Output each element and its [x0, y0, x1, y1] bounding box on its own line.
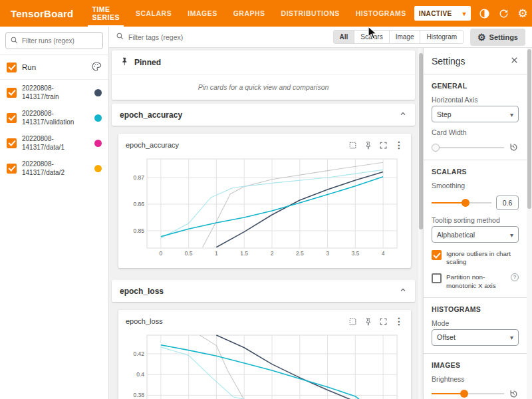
reset-card-width-icon[interactable] [509, 142, 519, 152]
epoch-loss-chart[interactable]: 00.511.522.533.540.360.380.40.42 [124, 330, 405, 399]
run-checkbox[interactable] [7, 113, 17, 123]
partition-x-axis-checkbox[interactable] [432, 273, 442, 283]
run-checkbox[interactable] [7, 88, 17, 98]
scalar-card-epoch-loss: epoch_loss [118, 310, 411, 399]
tooltip-sorting-select[interactable]: Alphabetical [432, 226, 519, 243]
palette-icon[interactable] [91, 61, 102, 73]
run-name-line2: 141317/validation [22, 118, 74, 126]
filter-runs-input[interactable]: Filter runs (regex) [5, 32, 103, 49]
brightness-slider[interactable] [432, 389, 504, 398]
main-scrollbar[interactable] [418, 48, 423, 399]
theme-contrast-icon[interactable] [478, 7, 490, 19]
histogram-mode-select[interactable]: Offset [432, 329, 519, 346]
svg-text:0: 0 [160, 250, 163, 257]
more-options-icon[interactable] [394, 140, 404, 150]
histogram-mode-value: Offset [437, 333, 456, 341]
run-checkbox[interactable] [7, 138, 17, 148]
chevron-down-icon [510, 333, 513, 341]
run-color-dot[interactable] [94, 165, 102, 172]
pin-card-icon[interactable] [364, 317, 372, 326]
ignore-outliers-checkbox[interactable] [432, 250, 442, 260]
section-epoch-accuracy: epoch_accuracy epoch_accuracy [112, 104, 415, 276]
run-checkbox[interactable] [7, 164, 17, 174]
filter-all-button[interactable]: All [334, 31, 354, 43]
card-header: epoch_accuracy [124, 137, 405, 152]
histograms-heading: HISTOGRAMS [432, 305, 519, 313]
tab-distributions[interactable]: DISTRIBUTIONS [273, 0, 348, 27]
app-header: TensorBoard TIME SERIES SCALARS IMAGES G… [0, 0, 532, 27]
scalar-card-epoch-accuracy: epoch_accuracy [118, 134, 411, 268]
run-color-dot[interactable] [94, 140, 102, 147]
run-color-dot[interactable] [94, 89, 102, 96]
runs-sidebar: Filter runs (regex) Run 20220808- 141317… [0, 27, 109, 399]
section-header-epoch-loss[interactable]: epoch_loss [112, 280, 415, 302]
filter-tags-input[interactable]: Filter tags (regex) [116, 32, 183, 42]
card-width-slider[interactable] [432, 143, 504, 152]
run-row-train[interactable]: 20220808- 141317/train [0, 80, 108, 105]
smoothing-value-input[interactable]: 0.6 [496, 196, 519, 210]
divider [424, 353, 527, 354]
run-name-line1: 20220808- [22, 160, 65, 168]
filter-tags-placeholder: Filter tags (regex) [128, 33, 183, 41]
more-options-icon[interactable] [394, 316, 404, 327]
scalars-heading: SCALARS [432, 168, 519, 176]
tensorboard-app: TensorBoard TIME SERIES SCALARS IMAGES G… [0, 0, 532, 399]
tag-type-filter-group: All Scalars Image Histogram [333, 30, 464, 44]
settings-toggle-button[interactable]: Settings [470, 29, 525, 46]
smoothing-slider[interactable] [432, 198, 491, 207]
section-body: epoch_accuracy [112, 126, 415, 276]
gear-icon[interactable] [517, 7, 529, 19]
horizontal-axis-label: Horizontal Axis [432, 96, 519, 104]
chevron-up-icon[interactable] [399, 286, 407, 296]
cards-area: Pinned Pin cards for a quick view and co… [109, 48, 418, 399]
epoch-accuracy-chart[interactable]: 00.511.522.533.540.850.860.87 [124, 154, 405, 263]
filter-image-button[interactable]: Image [389, 31, 420, 43]
select-all-runs-checkbox[interactable] [7, 63, 17, 72]
section-epoch-loss: epoch_loss epoch_loss [112, 280, 415, 399]
chart-container: 00.511.522.533.540.850.860.87 [124, 154, 405, 263]
close-icon[interactable] [510, 56, 519, 66]
run-name-line1: 20220808- [22, 109, 74, 118]
card-actions [348, 316, 404, 327]
svg-text:2: 2 [271, 250, 274, 257]
run-name-line2: 141317/data/2 [22, 168, 65, 177]
tab-time-series[interactable]: TIME SERIES [84, 0, 128, 27]
reset-brightness-icon[interactable] [509, 389, 519, 399]
divider [424, 297, 527, 298]
settings-panel-title: Settings [432, 56, 466, 66]
card-width-label: Card Width [432, 128, 519, 136]
data-fit-icon[interactable] [348, 317, 357, 326]
tab-scalars[interactable]: SCALARS [128, 0, 180, 27]
run-row-validation[interactable]: 20220808- 141317/validation [0, 105, 108, 130]
runs-header-row: Run [0, 55, 108, 80]
filter-runs-placeholder: Filter runs (regex) [22, 37, 74, 45]
partition-x-axis-row[interactable]: Partition non-monotonic X axis [432, 273, 519, 289]
fullscreen-icon[interactable] [379, 317, 388, 326]
horizontal-axis-select[interactable]: Step [432, 106, 519, 122]
run-row-data-1[interactable]: 20220808- 141317/data/1 [0, 130, 108, 156]
reload-status-select[interactable]: INACTIVE [414, 6, 471, 21]
tab-images[interactable]: IMAGES [180, 0, 225, 27]
help-icon[interactable] [511, 273, 519, 281]
tab-graphs[interactable]: GRAPHS [225, 0, 273, 27]
tab-histograms[interactable]: HISTOGRAMS [348, 0, 414, 27]
section-header-epoch-accuracy[interactable]: epoch_accuracy [112, 104, 415, 126]
run-row-data-2[interactable]: 20220808- 141317/data/2 [0, 156, 108, 181]
filter-histogram-button[interactable]: Histogram [420, 31, 463, 43]
app-title: TensorBoard [0, 8, 84, 19]
settings-scrollbar[interactable] [527, 48, 532, 399]
fullscreen-icon[interactable] [379, 141, 388, 150]
chevron-up-icon[interactable] [399, 110, 407, 120]
ignore-outliers-row[interactable]: Ignore outliers in chart scaling [432, 250, 519, 266]
pin-icon [120, 57, 129, 68]
run-color-dot[interactable] [94, 114, 102, 122]
pin-card-icon[interactable] [364, 141, 372, 150]
svg-text:1: 1 [215, 250, 218, 257]
scrollbar-thumb[interactable] [527, 49, 531, 209]
main-nav: TIME SERIES SCALARS IMAGES GRAPHS DISTRI… [84, 0, 414, 27]
status-value: INACTIVE [419, 10, 452, 17]
data-fit-icon[interactable] [348, 141, 357, 150]
refresh-icon[interactable] [497, 7, 509, 19]
images-heading: IMAGES [432, 361, 519, 369]
section-title: epoch_accuracy [120, 110, 182, 120]
